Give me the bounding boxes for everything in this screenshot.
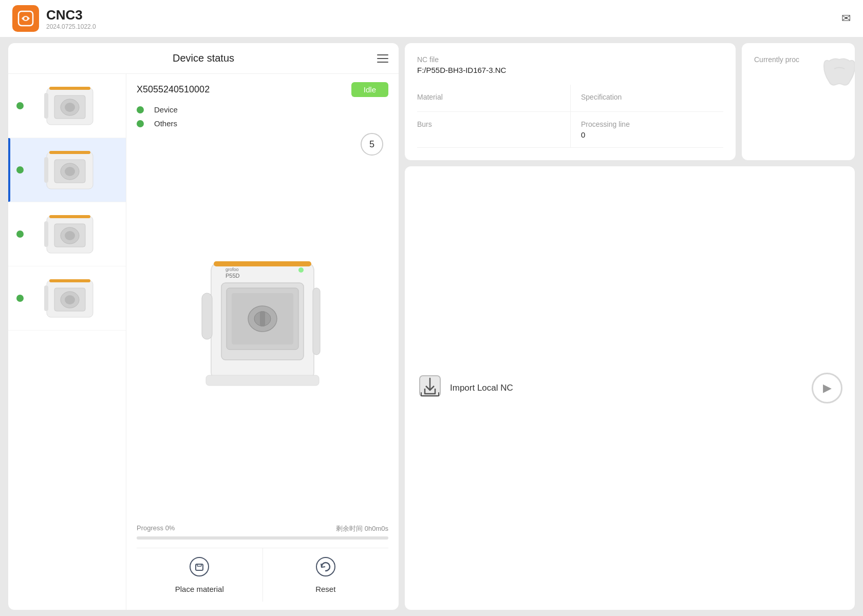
svg-rect-15 bbox=[49, 215, 90, 218]
device-thumb-1 bbox=[29, 80, 111, 131]
device-list-item-1[interactable] bbox=[8, 74, 126, 138]
import-local-nc-icon bbox=[417, 373, 443, 403]
status-badge: Idle bbox=[351, 82, 388, 97]
device-indicator-dot bbox=[137, 106, 144, 113]
place-material-label: Place material bbox=[175, 585, 224, 593]
svg-rect-27 bbox=[214, 261, 311, 266]
svg-rect-19 bbox=[44, 221, 48, 247]
panel-title: Device status bbox=[173, 52, 234, 64]
processing-line-label: Processing line bbox=[581, 120, 723, 128]
svg-point-12 bbox=[65, 167, 75, 176]
app-name: CNC3 bbox=[46, 7, 96, 23]
device-list-item-2[interactable] bbox=[8, 138, 126, 202]
svg-point-18 bbox=[65, 231, 75, 240]
svg-point-6 bbox=[65, 103, 75, 112]
status-dot-1 bbox=[16, 102, 24, 109]
import-local-nc-label: Import Local NC bbox=[450, 383, 513, 393]
device-id: X5055240510002 bbox=[137, 84, 210, 95]
svg-rect-21 bbox=[49, 279, 90, 282]
device-thumb-2 bbox=[29, 144, 111, 196]
machine-large-view: 5 bbox=[137, 133, 388, 520]
progress-section: Progress 0% 剩余时间 0h0m0s bbox=[137, 524, 388, 548]
svg-rect-9 bbox=[49, 151, 90, 154]
device-thumb-4 bbox=[29, 273, 111, 324]
nc-file-row: NC file F:/P55D-BH3-ID167-3.NC bbox=[417, 55, 723, 74]
progress-text: Progress 0% bbox=[137, 524, 175, 533]
svg-text:grofoo: grofoo bbox=[226, 267, 239, 272]
import-local-nc-button[interactable]: Import Local NC bbox=[417, 373, 513, 403]
svg-rect-7 bbox=[44, 93, 48, 119]
status-dot-3 bbox=[16, 230, 24, 238]
header: CNC3 2024.0725.1022.0 ✉ bbox=[0, 0, 863, 37]
currently-processing-panel: Currently proc bbox=[742, 43, 855, 160]
device-list-item-4[interactable] bbox=[8, 266, 126, 331]
mail-icon[interactable]: ✉ bbox=[841, 12, 851, 25]
status-dot-2 bbox=[16, 166, 24, 174]
svg-rect-33 bbox=[260, 311, 265, 326]
indicator-device: Device bbox=[137, 105, 388, 114]
device-indicator-label: Device bbox=[154, 105, 178, 114]
top-row: NC file F:/P55D-BH3-ID167-3.NC Material … bbox=[405, 43, 855, 160]
burs-cell: Burs bbox=[417, 112, 570, 148]
right-action-partial[interactable]: ▶ bbox=[812, 373, 842, 403]
progress-labels: Progress 0% 剩余时间 0h0m0s bbox=[137, 524, 388, 533]
menu-button[interactable] bbox=[377, 54, 388, 63]
svg-point-40 bbox=[298, 267, 304, 273]
progress-bar bbox=[137, 536, 388, 540]
nc-file-value: F:/P55D-BH3-ID167-3.NC bbox=[417, 66, 723, 74]
main-layout: Device status bbox=[0, 37, 863, 616]
nc-info-panel: NC file F:/P55D-BH3-ID167-3.NC Material … bbox=[405, 43, 736, 160]
processing-line-value: 0 bbox=[581, 130, 723, 139]
nc-info-grid: Material Specification Burs Processing l… bbox=[417, 85, 723, 148]
device-detail: X5055240510002 Idle Device Others 5 bbox=[126, 74, 399, 610]
svg-text:P55D: P55D bbox=[226, 273, 240, 279]
specification-label: Specification bbox=[581, 93, 723, 101]
svg-rect-35 bbox=[313, 288, 320, 355]
app-info: CNC3 2024.0725.1022.0 bbox=[46, 7, 96, 30]
burs-label: Burs bbox=[417, 120, 560, 128]
nc-file-label: NC file bbox=[417, 55, 723, 64]
others-indicator-dot bbox=[137, 120, 144, 127]
reset-button[interactable]: Reset bbox=[263, 548, 389, 602]
place-material-button[interactable]: Place material bbox=[137, 548, 263, 602]
status-dot-4 bbox=[16, 295, 24, 302]
device-status-panel: Device status bbox=[8, 43, 399, 610]
svg-rect-34 bbox=[202, 293, 212, 339]
svg-point-24 bbox=[65, 295, 75, 304]
action-row: Place material Reset bbox=[137, 548, 388, 602]
svg-rect-42 bbox=[196, 564, 203, 570]
header-left: CNC3 2024.0725.1022.0 bbox=[12, 5, 96, 32]
device-area: X5055240510002 Idle Device Others 5 bbox=[8, 74, 399, 610]
header-right: ✉ bbox=[841, 12, 851, 25]
device-info-row: X5055240510002 Idle bbox=[137, 82, 388, 97]
svg-rect-3 bbox=[49, 87, 90, 90]
others-indicator-label: Others bbox=[154, 119, 177, 128]
remaining-time: 剩余时间 0h0m0s bbox=[336, 524, 388, 533]
device-list-item-3[interactable] bbox=[8, 202, 126, 266]
indicator-others: Others bbox=[137, 119, 388, 128]
action-panel: Import Local NC ▶ bbox=[405, 166, 855, 610]
svg-rect-25 bbox=[44, 285, 48, 311]
right-action-icon: ▶ bbox=[823, 381, 832, 395]
material-cell: Material bbox=[417, 85, 570, 112]
svg-point-44 bbox=[316, 557, 335, 576]
svg-rect-13 bbox=[44, 157, 48, 183]
svg-point-1 bbox=[24, 17, 27, 20]
app-version: 2024.0725.1022.0 bbox=[46, 23, 96, 30]
app-logo bbox=[12, 5, 39, 32]
svg-point-41 bbox=[190, 557, 209, 576]
panel-header: Device status bbox=[8, 43, 399, 74]
device-thumb-3 bbox=[29, 208, 111, 260]
reset-label: Reset bbox=[315, 585, 335, 593]
reset-icon bbox=[315, 556, 336, 581]
svg-rect-43 bbox=[197, 564, 201, 566]
processing-line-cell: Processing line 0 bbox=[570, 112, 723, 148]
place-material-icon bbox=[189, 556, 210, 581]
device-list bbox=[8, 74, 126, 610]
machine-count-badge: 5 bbox=[361, 133, 383, 156]
specification-cell: Specification bbox=[570, 85, 723, 112]
svg-rect-36 bbox=[206, 375, 319, 386]
right-panel: NC file F:/P55D-BH3-ID167-3.NC Material … bbox=[405, 43, 855, 610]
material-label: Material bbox=[417, 93, 560, 101]
